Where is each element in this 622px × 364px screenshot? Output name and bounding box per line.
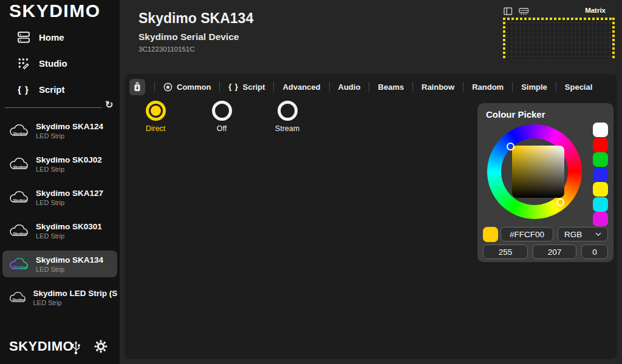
studio-icon bbox=[17, 57, 30, 69]
tab-separator bbox=[412, 82, 413, 92]
swatch-green[interactable] bbox=[593, 152, 608, 167]
hex-input[interactable]: #FFCF00 bbox=[501, 227, 553, 241]
swatch-red[interactable] bbox=[593, 138, 608, 152]
saturation-value-square[interactable] bbox=[512, 146, 564, 198]
device-item[interactable]: Skydimo Skydimo SKA127 LED Strip bbox=[2, 184, 117, 211]
device-item[interactable]: Skydimo Skydimo SK0301 LED Strip bbox=[2, 217, 117, 244]
green-value-input[interactable]: 207 bbox=[533, 244, 576, 259]
colour-picker-title: Colour Picker bbox=[486, 109, 545, 120]
hue-indicator[interactable] bbox=[556, 198, 564, 206]
usb-icon[interactable] bbox=[70, 340, 81, 357]
cloud-icon: Skydimo bbox=[8, 190, 31, 204]
sidebar-divider bbox=[5, 107, 102, 108]
device-item[interactable]: Skydimo Skydimo SK0J02 LED Strip bbox=[2, 150, 117, 177]
sidebar: SKYDIMO Home Studio bbox=[0, 0, 120, 364]
device-item[interactable]: Skydimo Skydimo SKA124 LED Strip bbox=[2, 117, 117, 144]
cloud-icon: Skydimo bbox=[8, 123, 31, 138]
radio-label: Stream bbox=[265, 124, 309, 133]
device-item[interactable]: Skydimo Skydimo LED Strip (Se... LED Str… bbox=[2, 284, 117, 311]
tab-separator bbox=[329, 82, 330, 92]
chevron-down-icon bbox=[595, 232, 601, 236]
blue-value-input[interactable]: 0 bbox=[581, 244, 608, 259]
radio-label: Off bbox=[200, 124, 244, 133]
app-window: SKYDIMO Home Studio bbox=[0, 0, 622, 364]
braces-icon: { } bbox=[17, 84, 30, 95]
refresh-icon[interactable]: ↻ bbox=[105, 99, 113, 110]
svg-text:Skydimo: Skydimo bbox=[12, 298, 24, 302]
device-name: Skydimo SK0J02 bbox=[36, 155, 102, 164]
red-value-input[interactable]: 255 bbox=[483, 244, 528, 259]
device-serial: 3C12230110151C bbox=[138, 46, 195, 53]
matrix-preview bbox=[503, 18, 615, 59]
cloud-icon: Skydimo bbox=[8, 290, 28, 305]
radio-circle bbox=[212, 101, 232, 121]
tab-separator bbox=[512, 82, 513, 92]
colour-model-select[interactable]: RGB bbox=[558, 227, 608, 241]
device-description: Skydimo Serial Device bbox=[138, 32, 239, 42]
brand-logo-bottom: SKYDIMO bbox=[9, 339, 73, 354]
tab-random[interactable]: Random bbox=[470, 83, 505, 92]
pin-icon bbox=[133, 82, 142, 92]
saturation-indicator[interactable] bbox=[507, 143, 514, 150]
swatch-cyan[interactable] bbox=[593, 197, 608, 212]
home-icon bbox=[17, 32, 30, 43]
pin-button[interactable] bbox=[129, 79, 145, 95]
mode-radio-off[interactable]: Off bbox=[200, 101, 244, 133]
matrix-led-border-left bbox=[503, 18, 505, 59]
braces-icon: { } bbox=[228, 83, 238, 91]
matrix-split-icon[interactable] bbox=[504, 7, 513, 18]
tab-special[interactable]: Special bbox=[563, 83, 595, 92]
sidebar-item-studio[interactable]: Studio bbox=[0, 54, 120, 72]
mode-radio-stream[interactable]: Stream bbox=[265, 101, 309, 133]
device-name: Skydimo SKA124 bbox=[36, 122, 103, 131]
matrix-led-border-top bbox=[503, 18, 615, 20]
current-colour-swatch bbox=[483, 227, 498, 242]
radio-circle bbox=[146, 101, 166, 121]
svg-text:Skydimo: Skydimo bbox=[13, 132, 28, 135]
colour-picker-panel: Colour Picker #FFCF00 RGB bbox=[477, 103, 613, 262]
matrix-led-border-right bbox=[612, 18, 615, 59]
device-name: Skydimo SKA134 bbox=[36, 255, 103, 265]
swatch-yellow[interactable] bbox=[593, 182, 608, 197]
brand-logo-top: SKYDIMO bbox=[9, 1, 101, 21]
tab-advanced[interactable]: Advanced bbox=[281, 83, 322, 92]
svg-text:Skydimo: Skydimo bbox=[13, 165, 28, 169]
device-name: Skydimo SKA127 bbox=[36, 189, 103, 198]
gear-icon[interactable] bbox=[94, 340, 108, 356]
sidebar-item-home[interactable]: Home bbox=[0, 28, 120, 46]
tab-separator bbox=[556, 82, 556, 92]
swatch-magenta[interactable] bbox=[593, 212, 608, 226]
swatch-white[interactable] bbox=[593, 123, 608, 137]
svg-text:Skydimo: Skydimo bbox=[13, 265, 28, 269]
sidebar-item-label: Script bbox=[39, 84, 65, 95]
tab-separator bbox=[154, 82, 155, 92]
sidebar-item-script[interactable]: { } Script bbox=[0, 80, 120, 98]
tab-beams[interactable]: Beams bbox=[376, 83, 406, 92]
content-panel: Common { } Script Advanced Audio Beams R… bbox=[125, 74, 617, 359]
device-item-selected[interactable]: Skydimo Skydimo SKA134 LED Strip bbox=[2, 251, 117, 277]
colour-model-value: RGB bbox=[564, 230, 582, 239]
tab-separator bbox=[463, 82, 463, 92]
mode-radio-direct[interactable]: Direct bbox=[134, 101, 177, 133]
tab-simple[interactable]: Simple bbox=[519, 83, 549, 92]
swatch-blue[interactable] bbox=[593, 167, 608, 182]
tab-separator bbox=[369, 82, 369, 92]
cloud-icon-rainbow: Skydimo bbox=[8, 257, 31, 271]
sidebar-item-label: Home bbox=[39, 32, 64, 42]
sidebar-item-label: Studio bbox=[39, 58, 67, 69]
tab-rainbow[interactable]: Rainbow bbox=[420, 83, 456, 92]
device-name: Skydimo LED Strip (Se... bbox=[33, 289, 117, 298]
tab-script[interactable]: { } Script bbox=[227, 83, 267, 92]
radio-label: Direct bbox=[134, 124, 177, 133]
tab-common[interactable]: Common bbox=[162, 83, 213, 92]
cloud-icon: Skydimo bbox=[8, 223, 31, 238]
device-type: LED Strip bbox=[36, 132, 103, 140]
device-type: LED Strip bbox=[36, 199, 103, 206]
tab-separator bbox=[219, 82, 220, 92]
matrix-strip-icon[interactable] bbox=[519, 7, 529, 18]
tab-audio[interactable]: Audio bbox=[337, 83, 363, 92]
svg-text:Skydimo: Skydimo bbox=[13, 232, 28, 235]
tab-bar: Common { } Script Advanced Audio Beams R… bbox=[129, 78, 594, 95]
device-type: LED Strip bbox=[36, 266, 103, 273]
device-type: LED Strip bbox=[33, 299, 117, 306]
